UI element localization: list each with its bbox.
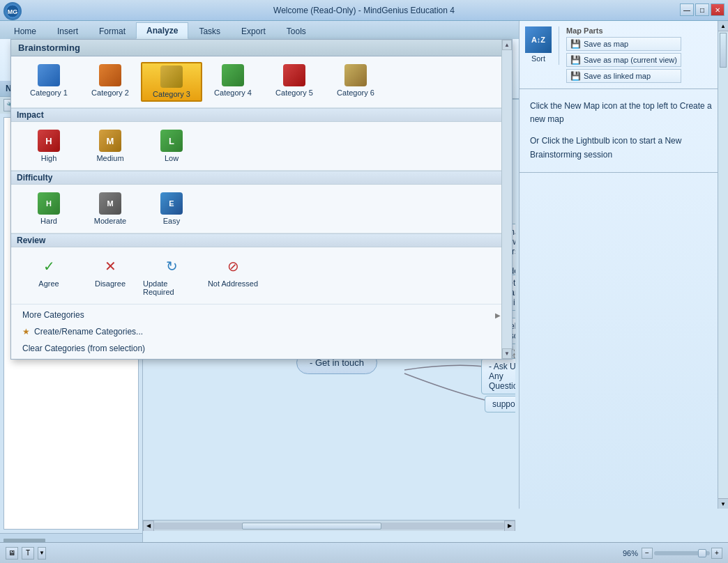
az-sort-icon[interactable]: A↕Z <box>525 26 552 53</box>
bs-scroll-up-btn[interactable]: ▲ <box>502 40 512 50</box>
map-parts-label: Map Parts <box>566 26 681 35</box>
impact-low-item[interactable]: L Low <box>141 128 202 164</box>
horizontal-scrollbar[interactable]: ◀ ▶ <box>143 520 515 531</box>
review-update-item[interactable]: ↻ Update Required <box>141 253 202 298</box>
impact-row: H High M Medium L Low <box>11 122 512 171</box>
bs-scroll-down-btn[interactable]: ▼ <box>502 348 512 359</box>
window-controls[interactable]: — □ ✕ <box>680 3 725 16</box>
support-box[interactable]: support@mindgenius.com <box>485 396 515 412</box>
info-line1: Click the New Map icon at the top left t… <box>530 100 718 126</box>
categories-row: Category 1 Category 2 Category 3 Categor… <box>11 56 512 108</box>
difficulty-moderate-icon: M <box>99 192 121 215</box>
difficulty-easy-item[interactable]: E Easy <box>141 190 202 227</box>
scroll-up-btn[interactable]: ▲ <box>718 21 728 31</box>
tab-tasks[interactable]: Tasks <box>188 23 231 39</box>
tab-home[interactable]: Home <box>3 23 47 39</box>
statusbar-btn-2[interactable]: T <box>22 547 34 560</box>
close-button[interactable]: ✕ <box>711 3 725 16</box>
category-1-label: Category 1 <box>30 88 68 97</box>
review-row: ✓ Agree ✕ Disagree ↻ Update Required ⊘ N… <box>11 247 512 304</box>
review-agree-item[interactable]: ✓ Agree <box>18 253 79 298</box>
review-agree-label: Agree <box>38 279 59 288</box>
zoom-slider-thumb[interactable] <box>698 549 706 557</box>
difficulty-section-header: Difficulty <box>11 171 512 185</box>
category-4-item[interactable]: Category 4 <box>202 62 264 102</box>
category-4-label: Category 4 <box>214 88 252 97</box>
more-categories-label: More Categories <box>22 310 84 320</box>
ask-us-branch: - Ask Us Any Question <box>481 358 515 394</box>
more-categories-item[interactable]: More Categories ▶ <box>17 307 506 323</box>
difficulty-hard-item[interactable]: H Hard <box>18 190 79 227</box>
extra-items: More Categories ▶ ★ Create/Rename Catego… <box>11 304 512 359</box>
scroll-right-btn[interactable]: ▶ <box>504 520 515 532</box>
save-as-map-current-button[interactable]: 💾 Save as map (current view) <box>566 53 681 67</box>
impact-high-item[interactable]: H High <box>18 128 79 164</box>
brainstorming-panel-scrollbar[interactable]: ▲ ▼ <box>501 40 512 359</box>
tab-format[interactable]: Format <box>89 23 136 39</box>
brainstorming-panel: Brainstorming Category 1 Category 2 Cate… <box>10 39 513 360</box>
statusbar-left: 🖥 T ▼ <box>6 547 46 560</box>
category-6-item[interactable]: Category 6 <box>325 62 386 102</box>
scroll-left-btn[interactable]: ◀ <box>143 520 154 532</box>
tab-insert[interactable]: Insert <box>47 23 89 39</box>
minimize-button[interactable]: — <box>680 3 694 16</box>
zoom-plus-btn[interactable]: + <box>711 548 722 559</box>
review-disagree-icon: ✕ <box>99 255 121 277</box>
right-scrollbar[interactable]: ▲ ▼ <box>718 21 728 509</box>
impact-medium-item[interactable]: M Medium <box>79 128 141 164</box>
clear-categories-item[interactable]: Clear Categories (from selection) <box>17 340 506 357</box>
review-disagree-item[interactable]: ✕ Disagree <box>79 253 141 298</box>
category-5-label: Category 5 <box>275 88 313 97</box>
separator <box>559 26 559 65</box>
statusbar-right: 96% − + <box>623 548 722 559</box>
category-1-icon <box>38 64 60 86</box>
category-2-label: Category 2 <box>91 88 129 97</box>
category-5-icon <box>283 64 305 86</box>
difficulty-easy-label: Easy <box>163 217 180 225</box>
category-2-item[interactable]: Category 2 <box>79 62 141 102</box>
difficulty-moderate-item[interactable]: M Moderate <box>79 190 141 227</box>
zoom-slider[interactable] <box>654 551 710 555</box>
difficulty-row: H Hard M Moderate E Easy <box>11 185 512 233</box>
sort-group: A↕Z Sort <box>525 26 552 63</box>
difficulty-hard-icon: H <box>38 192 60 215</box>
ask-us-label: - Ask Us Any Question <box>489 362 515 391</box>
tab-export[interactable]: Export <box>231 23 276 39</box>
category-6-icon <box>344 64 367 86</box>
app-icon: MG <box>3 2 22 20</box>
create-rename-label: Create/Rename Categories... <box>34 327 143 337</box>
h-scroll-thumb[interactable] <box>242 523 382 530</box>
brainstorming-panel-header: Brainstorming <box>11 40 512 56</box>
statusbar-btn-1[interactable]: 🖥 <box>6 547 18 560</box>
zoom-level: 96% <box>623 549 638 557</box>
review-not-addressed-item[interactable]: ⊘ Not Addressed <box>202 253 264 298</box>
maximize-button[interactable]: □ <box>695 3 709 16</box>
create-rename-item[interactable]: ★ Create/Rename Categories... <box>17 323 506 340</box>
impact-high-icon: H <box>38 130 60 152</box>
impact-medium-label: Medium <box>96 154 123 162</box>
save-as-map-button[interactable]: 💾 Save as map <box>566 37 681 51</box>
review-update-icon: ↻ <box>160 255 183 277</box>
impact-high-label: High <box>41 154 57 162</box>
statusbar: 🖥 T ▼ 96% − + <box>0 542 728 563</box>
sort-label: Sort <box>531 54 545 63</box>
save-as-linked-map-button[interactable]: 💾 Save as linked map <box>566 69 681 83</box>
zoom-minus-btn[interactable]: − <box>642 548 653 559</box>
clear-categories-label: Clear Categories (from selection) <box>22 344 145 353</box>
tab-tools[interactable]: Tools <box>276 23 317 39</box>
category-3-item[interactable]: Category 3 <box>141 62 202 102</box>
bs-scroll-track <box>502 50 512 348</box>
scroll-down-btn[interactable]: ▼ <box>718 498 728 509</box>
category-5-item[interactable]: Category 5 <box>264 62 325 102</box>
ask-us-box[interactable]: - Ask Us Any Question <box>481 358 515 394</box>
tab-analyze[interactable]: Analyze <box>136 22 188 39</box>
category-1-item[interactable]: Category 1 <box>18 62 79 102</box>
difficulty-moderate-label: Moderate <box>94 217 126 225</box>
h-scroll-track <box>154 523 504 530</box>
scroll-thumb[interactable] <box>720 33 727 68</box>
support-label: support@mindgenius.com <box>492 399 515 409</box>
category-2-icon <box>99 64 121 86</box>
review-agree-icon: ✓ <box>38 255 60 277</box>
statusbar-dropdown-btn[interactable]: ▼ <box>38 547 46 560</box>
category-4-icon <box>222 64 244 86</box>
